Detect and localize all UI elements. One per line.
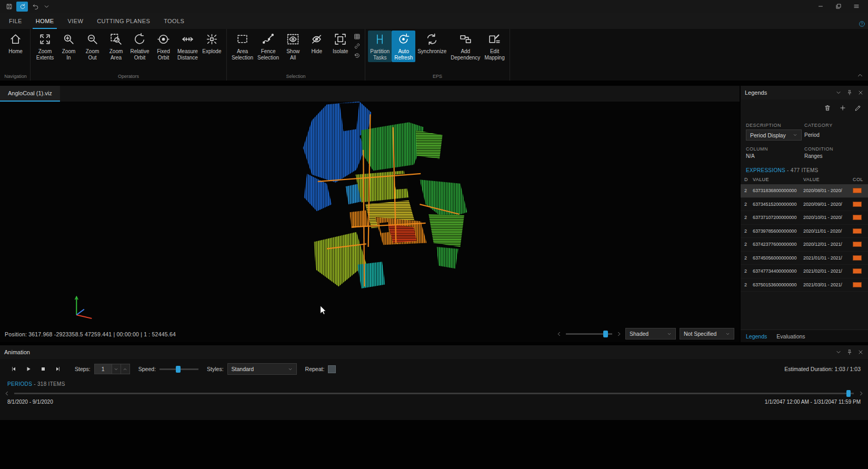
cell-range: 2020/12/01 - 2021/	[803, 242, 853, 247]
timeline-handle[interactable]	[846, 390, 851, 397]
undo-button[interactable]	[29, 2, 41, 12]
ribbon-button-synchronize[interactable]: Synchronize	[415, 31, 448, 56]
steps-up-button[interactable]	[121, 364, 130, 374]
speed-slider-handle[interactable]	[176, 366, 181, 373]
skip-to-start-button[interactable]	[7, 363, 20, 375]
history-icon[interactable]	[354, 52, 361, 59]
ribbon-button-explode[interactable]: Explode	[200, 31, 224, 56]
ribbon-button-measure-distance[interactable]: MeasureDistance	[175, 31, 200, 62]
ribbon-button-zoom-out[interactable]: ZoomOut	[81, 31, 104, 62]
skip-to-end-button[interactable]	[52, 363, 64, 375]
quick-access-caret[interactable]	[43, 2, 50, 12]
stop-button[interactable]	[37, 363, 49, 375]
timeline-next-button[interactable]	[858, 391, 864, 396]
minimize-icon	[817, 3, 824, 9]
table-row[interactable]: 2637477344000000002021/02/01 - 2021/	[741, 265, 868, 278]
table-row[interactable]: 2637318368000000002020/08/01 - 2020/	[741, 184, 868, 198]
tab-view[interactable]: VIEW	[61, 13, 90, 29]
ribbon-collapse-button[interactable]	[856, 72, 864, 79]
sync-button[interactable]	[16, 2, 28, 12]
period-prev-button[interactable]	[556, 331, 562, 337]
tab-legends[interactable]: Legends	[746, 333, 767, 340]
table-row[interactable]: 2637501536000000002021/03/01 - 2021/	[741, 278, 868, 292]
timeline-track[interactable]	[14, 393, 854, 394]
tab-tools[interactable]: TOOLS	[157, 13, 191, 29]
minimize-button[interactable]	[813, 1, 828, 12]
ribbon-button-label: RelativeOrbit	[130, 48, 149, 61]
speed-slider[interactable]	[159, 365, 198, 373]
shading-select[interactable]: Shaded	[625, 328, 676, 340]
color-swatch[interactable]	[853, 202, 862, 207]
pin-icon[interactable]	[846, 349, 853, 355]
period-slider[interactable]	[566, 330, 612, 338]
panel-collapse-icon[interactable]	[835, 349, 842, 355]
expressions-table: D VALUE VALUE COL 2637318368000000002020…	[741, 175, 868, 330]
ribbon-button-label: ZoomIn	[62, 48, 76, 61]
document-tab-label: AngloCoal (1).viz	[8, 90, 52, 96]
color-swatch[interactable]	[853, 255, 862, 261]
ribbon-button-add-dependency[interactable]: AddDependency	[448, 31, 482, 62]
steps-input[interactable]: 1	[94, 364, 112, 374]
ribbon-button-hide[interactable]: Hide	[305, 31, 328, 56]
hide-icon	[310, 33, 323, 46]
ribbon-button-relative-orbit[interactable]: RelativeOrbit	[128, 31, 152, 62]
period-next-button[interactable]	[616, 331, 622, 337]
pin-icon[interactable]	[846, 89, 853, 96]
grid-icon[interactable]	[354, 33, 361, 40]
ribbon-button-home[interactable]: Home	[4, 31, 27, 56]
repeat-checkbox[interactable]	[328, 365, 336, 373]
window-menu-button[interactable]	[849, 1, 864, 12]
color-swatch[interactable]	[853, 268, 862, 274]
document-tab-strip: AngloCoal (1).viz	[0, 86, 740, 102]
tab-file[interactable]: FILE	[2, 13, 29, 29]
styles-select[interactable]: Standard	[227, 363, 297, 375]
play-button[interactable]	[22, 363, 35, 375]
document-tab[interactable]: AngloCoal (1).viz	[0, 86, 60, 102]
ribbon-button-area-selection[interactable]: AreaSelection	[230, 31, 255, 62]
filter-select[interactable]: Not Specified	[680, 328, 734, 340]
table-row[interactable]: 2637397856000000002020/11/01 - 2020/	[741, 225, 868, 238]
ribbon-button-edit-mapping[interactable]: EditMapping	[482, 31, 506, 62]
color-swatch[interactable]	[853, 282, 862, 287]
steps-dropdown-button[interactable]	[112, 364, 121, 374]
tab-cutting-planes[interactable]: CUTTING PLANES	[90, 13, 157, 29]
add-dependency-icon	[459, 33, 472, 46]
link-icon[interactable]	[354, 43, 361, 49]
mine-3d-model[interactable]	[295, 102, 485, 312]
ribbon-button-partition-tasks[interactable]: PartitionTasks	[368, 31, 392, 62]
help-icon[interactable]	[859, 21, 865, 27]
undo-icon	[32, 3, 39, 10]
color-swatch[interactable]	[853, 215, 862, 220]
period-slider-handle[interactable]	[603, 331, 608, 337]
ribbon-button-zoom-area[interactable]: ZoomArea	[104, 31, 128, 62]
color-swatch[interactable]	[853, 242, 862, 247]
table-row[interactable]: 2637450560000000002021/01/01 - 2021/	[741, 252, 868, 265]
ribbon-button-fixed-orbit[interactable]: FixedOrbit	[152, 31, 175, 62]
color-swatch[interactable]	[853, 228, 862, 234]
timeline-prev-button[interactable]	[4, 391, 10, 396]
ribbon-button-zoom-extents[interactable]: ZoomExtents	[33, 31, 57, 62]
cell-range: 2020/11/01 - 2020/	[803, 228, 853, 234]
tab-evaluations[interactable]: Evaluations	[776, 333, 805, 340]
close-icon[interactable]	[857, 89, 864, 96]
table-row[interactable]: 2637371072000000002020/10/01 - 2020/	[741, 211, 868, 225]
add-legend-icon[interactable]	[839, 104, 846, 112]
ribbon-button-show-all[interactable]: ShowAll	[281, 31, 305, 62]
description-select[interactable]: Period Display	[746, 129, 802, 141]
tab-home[interactable]: HOME	[29, 13, 61, 29]
panel-collapse-icon[interactable]	[835, 89, 842, 96]
table-row[interactable]: 2637345152000000002020/09/01 - 2020/	[741, 198, 868, 212]
ribbon-button-isolate[interactable]: Isolate	[328, 31, 352, 56]
ribbon-button-fence-selection[interactable]: FenceSelection	[255, 31, 281, 62]
save-button[interactable]	[3, 2, 15, 12]
restore-button[interactable]	[831, 1, 846, 12]
ribbon-button-zoom-in[interactable]: ZoomIn	[57, 31, 81, 62]
color-swatch[interactable]	[853, 188, 862, 193]
3d-viewport[interactable]: Position: 3617.968 -2923358.5 47259.441 …	[0, 102, 740, 342]
delete-legend-icon[interactable]	[824, 104, 831, 112]
legend-fields: DESCRIPTION CATEGORY Period Display Peri…	[741, 116, 868, 163]
edit-legend-icon[interactable]	[854, 104, 862, 112]
ribbon-button-auto-refresh[interactable]: AutoRefresh	[392, 31, 415, 62]
table-row[interactable]: 2637423776000000002020/12/01 - 2021/	[741, 238, 868, 252]
close-icon[interactable]	[857, 349, 864, 355]
